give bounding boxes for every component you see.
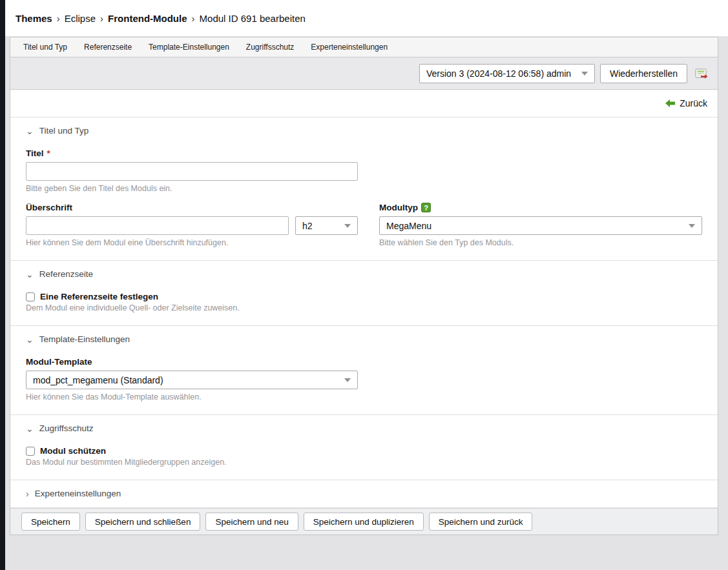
breadcrumb-separator: › xyxy=(100,13,103,24)
help-wizard-icon[interactable]: ? xyxy=(421,203,431,212)
breadcrumb-separator: › xyxy=(192,13,195,24)
tab-titel-und-typ[interactable]: Titel und Typ xyxy=(23,43,67,52)
save-and-new-button[interactable]: Speichern und neu xyxy=(205,513,298,531)
fieldset-zugriffsschutz: ⌄ Zugriffsschutz Modul schützen Das Modu… xyxy=(10,415,718,480)
tab-zugriffsschutz[interactable]: Zugriffsschutz xyxy=(246,43,294,52)
fieldset-title: Titel und Typ xyxy=(39,126,89,136)
chevron-down-icon: ⌄ xyxy=(26,336,34,343)
fieldset-experten-toggle[interactable]: › Experteneinstellungen xyxy=(26,489,702,498)
ueberschrift-level-select[interactable]: h2 xyxy=(295,216,358,235)
ueberschrift-input[interactable] xyxy=(26,216,289,235)
back-link-label: Zurück xyxy=(680,98,707,108)
modul-template-help: Hier können Sie das Modul-Template auswä… xyxy=(26,392,702,402)
left-edge-strip xyxy=(0,0,5,570)
ueberschrift-label: Überschrift xyxy=(26,203,72,212)
referenzseite-help: Dem Modul eine individuelle Quell- oder … xyxy=(26,303,702,312)
fieldset-referenzseite-toggle[interactable]: ⌄ Referenzseite xyxy=(26,269,702,279)
referenzseite-checkbox[interactable] xyxy=(26,292,35,301)
fieldset-title: Referenzseite xyxy=(39,269,93,279)
version-select-value: Version 3 (2024-08-12 06:58) admin xyxy=(426,68,571,79)
fieldset-titel-und-typ-toggle[interactable]: ⌄ Titel und Typ xyxy=(26,126,702,136)
tab-referenzseite[interactable]: Referenzseite xyxy=(84,43,132,52)
chevron-down-icon xyxy=(581,72,588,76)
chevron-right-icon: › xyxy=(26,491,29,497)
fieldset-referenzseite: ⌄ Referenzseite Eine Referenzseite festl… xyxy=(10,261,718,326)
modul-schuetzen-checkbox[interactable] xyxy=(26,447,35,456)
tab-experteneinstellungen[interactable]: Experteneinstellungen xyxy=(311,43,388,52)
modultyp-help: Bitte wählen Sie den Typ des Moduls. xyxy=(379,238,702,247)
chevron-down-icon xyxy=(344,224,351,228)
breadcrumb-item-themes[interactable]: Themes xyxy=(16,13,52,24)
breadcrumb: Themes › Eclipse › Frontend-Module › Mod… xyxy=(5,0,728,36)
fieldset-experteneinstellungen: › Experteneinstellungen xyxy=(10,480,718,508)
show-differences-icon[interactable] xyxy=(695,68,708,79)
edit-form: Zurück ⌄ Titel und Typ Titel* Bitte gebe… xyxy=(10,90,718,508)
referenzseite-checkbox-label[interactable]: Eine Referenzseite festlegen xyxy=(40,292,158,301)
fieldset-title: Template-Einstellungen xyxy=(39,334,130,344)
fieldset-titel-und-typ: ⌄ Titel und Typ Titel* Bitte geben Sie d… xyxy=(10,117,718,261)
field-modultyp: Modultyp ? MegaMenu Bitte wählen Sie den… xyxy=(379,203,702,247)
restore-version-button[interactable]: Wiederherstellen xyxy=(600,64,687,83)
ueberschrift-help: Hier können Sie dem Modul eine Überschri… xyxy=(26,238,358,247)
main-panel: Titel und Typ Referenzseite Template-Ein… xyxy=(10,37,718,535)
breadcrumb-current-page: Modul ID 691 bearbeiten xyxy=(200,13,306,24)
field-titel: Titel* Bitte geben Sie den Titel des Mod… xyxy=(26,148,702,193)
save-and-close-button[interactable]: Speichern und schließen xyxy=(85,513,201,531)
section-tab-bar: Titel und Typ Referenzseite Template-Ein… xyxy=(10,37,718,57)
chevron-down-icon: ⌄ xyxy=(26,128,34,134)
titel-input[interactable] xyxy=(26,162,358,181)
breadcrumb-separator: › xyxy=(57,13,60,24)
tab-template-einstellungen[interactable]: Template-Einstellungen xyxy=(149,43,229,52)
chevron-down-icon xyxy=(344,378,351,382)
save-button-bar: Speichern Speichern und schließen Speich… xyxy=(10,508,718,535)
titel-help: Bitte geben Sie den Titel des Moduls ein… xyxy=(26,184,702,193)
fieldset-title: Zugriffsschutz xyxy=(39,423,94,433)
modul-template-value: mod_pct_megamenu (Standard) xyxy=(33,375,163,385)
version-select[interactable]: Version 3 (2024-08-12 06:58) admin xyxy=(419,64,595,83)
modultyp-select[interactable]: MegaMenu xyxy=(379,216,702,235)
modul-schuetzen-checkbox-label[interactable]: Modul schützen xyxy=(40,446,106,456)
back-link[interactable]: Zurück xyxy=(665,98,707,108)
fieldset-zugriffsschutz-toggle[interactable]: ⌄ Zugriffsschutz xyxy=(26,423,702,433)
save-and-duplicate-button[interactable]: Speichern und duplizieren xyxy=(304,513,424,531)
modul-template-label: Modul-Template xyxy=(26,357,92,367)
version-bar: Version 3 (2024-08-12 06:58) admin Wiede… xyxy=(10,57,718,90)
fieldset-title: Experteneinstellungen xyxy=(35,489,121,498)
back-row: Zurück xyxy=(10,90,718,117)
zugriffsschutz-help: Das Modul nur bestimmten Mitgliedergrupp… xyxy=(26,458,702,467)
breadcrumb-item-frontend-module[interactable]: Frontend-Module xyxy=(108,13,187,24)
titel-label: Titel xyxy=(26,148,44,158)
breadcrumb-item-eclipse[interactable]: Eclipse xyxy=(65,13,96,24)
field-ueberschrift: Überschrift h2 Hier können Sie dem Modul… xyxy=(26,203,358,247)
save-button[interactable]: Speichern xyxy=(21,513,80,531)
back-arrow-icon xyxy=(665,99,675,107)
ueberschrift-level-value: h2 xyxy=(302,221,313,231)
fieldset-template-toggle[interactable]: ⌄ Template-Einstellungen xyxy=(26,334,702,344)
chevron-down-icon: ⌄ xyxy=(26,425,34,432)
save-and-back-button[interactable]: Speichern und zurück xyxy=(429,513,533,531)
required-mark: * xyxy=(47,148,50,158)
fieldset-template-einstellungen: ⌄ Template-Einstellungen Modul-Template … xyxy=(10,326,718,415)
chevron-down-icon: ⌄ xyxy=(26,271,34,278)
field-modul-template: Modul-Template mod_pct_megamenu (Standar… xyxy=(26,357,702,402)
modultyp-label: Modultyp xyxy=(379,203,418,212)
modul-template-select[interactable]: mod_pct_megamenu (Standard) xyxy=(26,371,358,389)
chevron-down-icon xyxy=(689,224,695,228)
modultyp-value: MegaMenu xyxy=(386,221,432,231)
